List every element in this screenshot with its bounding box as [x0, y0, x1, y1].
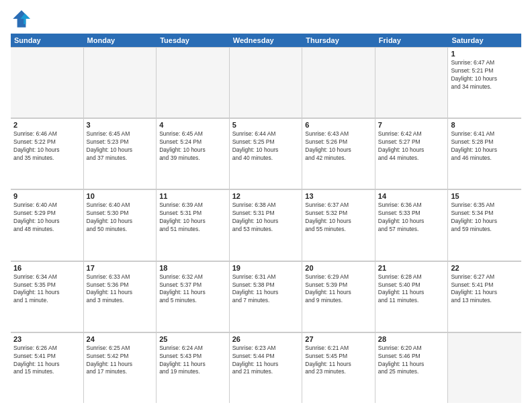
- calendar-cell: 11Sunrise: 6:39 AM Sunset: 5:31 PM Dayli…: [157, 189, 230, 260]
- day-number: 6: [305, 121, 372, 129]
- calendar-week: 1Sunrise: 6:47 AM Sunset: 5:21 PM Daylig…: [11, 47, 521, 118]
- calendar-week: 16Sunrise: 6:34 AM Sunset: 5:35 PM Dayli…: [11, 261, 521, 332]
- calendar-cell: 3Sunrise: 6:45 AM Sunset: 5:23 PM Daylig…: [84, 118, 157, 189]
- day-number: 11: [159, 192, 226, 200]
- calendar-week: 9Sunrise: 6:40 AM Sunset: 5:29 PM Daylig…: [11, 189, 521, 261]
- day-info: Sunrise: 6:38 AM Sunset: 5:31 PM Dayligh…: [232, 201, 300, 234]
- day-info: Sunrise: 6:27 AM Sunset: 5:41 PM Dayligh…: [451, 273, 519, 306]
- calendar-cell: 9Sunrise: 6:40 AM Sunset: 5:29 PM Daylig…: [11, 189, 84, 260]
- day-number: 21: [378, 264, 445, 272]
- day-number: 8: [451, 121, 519, 129]
- calendar-header-cell: Thursday: [302, 34, 375, 47]
- day-number: 2: [13, 121, 81, 129]
- day-number: 18: [159, 264, 226, 272]
- calendar-header-cell: Sunday: [11, 34, 84, 47]
- day-info: Sunrise: 6:34 AM Sunset: 5:35 PM Dayligh…: [13, 273, 81, 306]
- day-info: Sunrise: 6:23 AM Sunset: 5:44 PM Dayligh…: [232, 345, 300, 377]
- day-number: 19: [232, 264, 300, 272]
- day-info: Sunrise: 6:31 AM Sunset: 5:38 PM Dayligh…: [232, 273, 300, 306]
- day-number: 4: [159, 121, 226, 129]
- day-number: 17: [87, 264, 154, 272]
- calendar-cell: 20Sunrise: 6:29 AM Sunset: 5:39 PM Dayli…: [302, 261, 375, 332]
- calendar-cell: 13Sunrise: 6:37 AM Sunset: 5:32 PM Dayli…: [302, 189, 375, 260]
- day-info: Sunrise: 6:36 AM Sunset: 5:33 PM Dayligh…: [378, 201, 445, 234]
- calendar-cell-empty: [230, 47, 303, 118]
- day-number: 13: [305, 192, 372, 200]
- calendar-cell: 15Sunrise: 6:35 AM Sunset: 5:34 PM Dayli…: [448, 189, 521, 260]
- page: SundayMondayTuesdayWednesdayThursdayFrid…: [0, 0, 532, 411]
- day-number: 9: [13, 192, 81, 200]
- day-number: 16: [13, 264, 81, 272]
- day-info: Sunrise: 6:21 AM Sunset: 5:45 PM Dayligh…: [305, 345, 372, 377]
- calendar-header: SundayMondayTuesdayWednesdayThursdayFrid…: [11, 34, 521, 47]
- calendar-cell-empty: [84, 47, 157, 118]
- day-number: 22: [451, 264, 519, 272]
- calendar-cell: 12Sunrise: 6:38 AM Sunset: 5:31 PM Dayli…: [230, 189, 303, 260]
- calendar-cell: 14Sunrise: 6:36 AM Sunset: 5:33 PM Dayli…: [375, 189, 449, 260]
- day-info: Sunrise: 6:35 AM Sunset: 5:34 PM Dayligh…: [451, 201, 519, 234]
- calendar-cell: 18Sunrise: 6:32 AM Sunset: 5:37 PM Dayli…: [157, 261, 230, 332]
- day-number: 3: [87, 121, 154, 129]
- logo: [11, 8, 35, 30]
- day-info: Sunrise: 6:32 AM Sunset: 5:37 PM Dayligh…: [159, 273, 226, 306]
- day-info: Sunrise: 6:33 AM Sunset: 5:36 PM Dayligh…: [87, 273, 154, 306]
- calendar-cell: 21Sunrise: 6:28 AM Sunset: 5:40 PM Dayli…: [375, 261, 449, 332]
- calendar-cell: 26Sunrise: 6:23 AM Sunset: 5:44 PM Dayli…: [230, 332, 303, 403]
- calendar-cell: 28Sunrise: 6:20 AM Sunset: 5:46 PM Dayli…: [375, 332, 449, 403]
- calendar-cell: 24Sunrise: 6:25 AM Sunset: 5:42 PM Dayli…: [84, 332, 157, 403]
- day-info: Sunrise: 6:45 AM Sunset: 5:24 PM Dayligh…: [159, 130, 226, 163]
- day-number: 1: [451, 50, 519, 58]
- calendar-cell-empty: [448, 332, 521, 403]
- calendar-cell: 5Sunrise: 6:44 AM Sunset: 5:25 PM Daylig…: [230, 118, 303, 189]
- calendar-cell: 27Sunrise: 6:21 AM Sunset: 5:45 PM Dayli…: [302, 332, 375, 403]
- calendar: SundayMondayTuesdayWednesdayThursdayFrid…: [11, 34, 521, 403]
- day-number: 26: [232, 335, 300, 343]
- calendar-cell: 25Sunrise: 6:24 AM Sunset: 5:43 PM Dayli…: [157, 332, 230, 403]
- calendar-cell: 1Sunrise: 6:47 AM Sunset: 5:21 PM Daylig…: [448, 47, 521, 118]
- calendar-cell-empty: [375, 47, 449, 118]
- day-info: Sunrise: 6:47 AM Sunset: 5:21 PM Dayligh…: [451, 59, 519, 91]
- calendar-cell: 6Sunrise: 6:43 AM Sunset: 5:26 PM Daylig…: [302, 118, 375, 189]
- day-info: Sunrise: 6:42 AM Sunset: 5:27 PM Dayligh…: [378, 130, 445, 163]
- calendar-cell: 19Sunrise: 6:31 AM Sunset: 5:38 PM Dayli…: [230, 261, 303, 332]
- day-info: Sunrise: 6:44 AM Sunset: 5:25 PM Dayligh…: [232, 130, 300, 163]
- calendar-header-cell: Monday: [84, 34, 157, 47]
- calendar-header-cell: Tuesday: [157, 34, 230, 47]
- calendar-cell: 4Sunrise: 6:45 AM Sunset: 5:24 PM Daylig…: [157, 118, 230, 189]
- day-info: Sunrise: 6:40 AM Sunset: 5:29 PM Dayligh…: [13, 201, 81, 234]
- day-number: 24: [87, 335, 154, 343]
- day-number: 12: [232, 192, 300, 200]
- day-info: Sunrise: 6:37 AM Sunset: 5:32 PM Dayligh…: [305, 201, 372, 234]
- calendar-cell: 8Sunrise: 6:41 AM Sunset: 5:28 PM Daylig…: [448, 118, 521, 189]
- day-info: Sunrise: 6:45 AM Sunset: 5:23 PM Dayligh…: [87, 130, 154, 163]
- day-info: Sunrise: 6:26 AM Sunset: 5:41 PM Dayligh…: [13, 345, 81, 377]
- calendar-cell: 7Sunrise: 6:42 AM Sunset: 5:27 PM Daylig…: [375, 118, 449, 189]
- day-number: 7: [378, 121, 445, 129]
- day-number: 23: [13, 335, 81, 343]
- day-info: Sunrise: 6:43 AM Sunset: 5:26 PM Dayligh…: [305, 130, 372, 163]
- day-number: 14: [378, 192, 445, 200]
- day-info: Sunrise: 6:24 AM Sunset: 5:43 PM Dayligh…: [159, 345, 226, 377]
- calendar-week: 23Sunrise: 6:26 AM Sunset: 5:41 PM Dayli…: [11, 332, 521, 403]
- day-number: 25: [159, 335, 226, 343]
- day-number: 10: [87, 192, 154, 200]
- calendar-body: 1Sunrise: 6:47 AM Sunset: 5:21 PM Daylig…: [11, 47, 521, 403]
- day-info: Sunrise: 6:29 AM Sunset: 5:39 PM Dayligh…: [305, 273, 372, 306]
- day-number: 27: [305, 335, 372, 343]
- calendar-cell-empty: [11, 47, 84, 118]
- calendar-header-cell: Saturday: [448, 34, 521, 47]
- header: [11, 8, 521, 30]
- day-info: Sunrise: 6:39 AM Sunset: 5:31 PM Dayligh…: [159, 201, 226, 234]
- day-info: Sunrise: 6:25 AM Sunset: 5:42 PM Dayligh…: [87, 345, 154, 377]
- day-info: Sunrise: 6:28 AM Sunset: 5:40 PM Dayligh…: [378, 273, 445, 306]
- calendar-cell: 22Sunrise: 6:27 AM Sunset: 5:41 PM Dayli…: [448, 261, 521, 332]
- calendar-cell-empty: [302, 47, 375, 118]
- day-info: Sunrise: 6:40 AM Sunset: 5:30 PM Dayligh…: [87, 201, 154, 234]
- day-number: 20: [305, 264, 372, 272]
- calendar-cell: 10Sunrise: 6:40 AM Sunset: 5:30 PM Dayli…: [84, 189, 157, 260]
- logo-icon: [11, 8, 32, 30]
- calendar-cell: 23Sunrise: 6:26 AM Sunset: 5:41 PM Dayli…: [11, 332, 84, 403]
- calendar-header-cell: Wednesday: [230, 34, 303, 47]
- day-number: 28: [378, 335, 445, 343]
- calendar-cell-empty: [157, 47, 230, 118]
